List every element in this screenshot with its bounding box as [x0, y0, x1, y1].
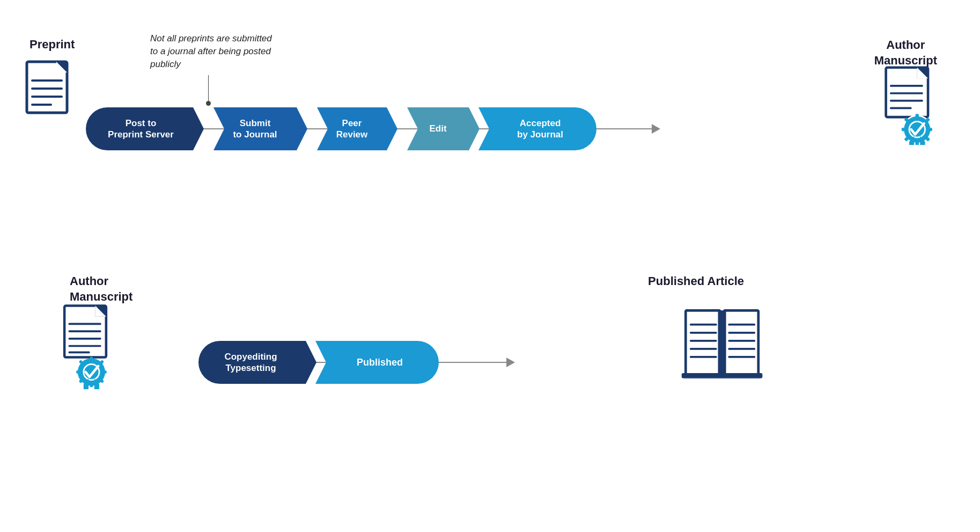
- step-submit-journal: Submitto Journal: [203, 107, 307, 150]
- step-copyediting: CopyeditingTypesetting: [198, 341, 316, 384]
- author-manuscript-label-bot: AuthorManuscript: [70, 274, 132, 304]
- svg-rect-50: [718, 310, 726, 375]
- preprint-label: Preprint: [30, 38, 75, 52]
- arrow-head-bot: [506, 358, 515, 367]
- svg-rect-48: [686, 310, 720, 375]
- svg-rect-17: [916, 114, 919, 118]
- pipeline-bot: CopyeditingTypesetting Published: [198, 338, 531, 387]
- svg-rect-61: [682, 373, 763, 378]
- step-published: Published: [315, 341, 439, 384]
- svg-rect-38: [90, 383, 93, 387]
- svg-rect-18: [916, 141, 919, 145]
- note-text: Not all preprints are submitted to a jou…: [150, 32, 279, 70]
- pipeline-steps-top: Post toPreprint Server Submitto Journal …: [86, 105, 596, 153]
- author-manuscript-icon-bot: [62, 303, 126, 389]
- preprint-doc-icon: [24, 59, 78, 123]
- published-article-label: Published Article: [648, 274, 744, 289]
- diagram-container: Preprint Not all preprints are submitted…: [0, 0, 980, 532]
- step-peer-review: PeerReview: [306, 107, 397, 150]
- svg-rect-19: [902, 128, 905, 131]
- pipeline-steps-bot: CopyeditingTypesetting Published: [198, 341, 439, 384]
- pipeline-top: Post toPreprint Server Submitto Journal …: [86, 102, 676, 156]
- svg-rect-20: [928, 128, 932, 131]
- svg-rect-39: [76, 370, 80, 373]
- top-section: Preprint Not all preprints are submitted…: [0, 32, 980, 236]
- author-manuscript-icon-top: [883, 64, 948, 145]
- step-post-preprint: Post toPreprint Server: [86, 107, 204, 150]
- svg-rect-49: [724, 310, 758, 375]
- svg-rect-37: [90, 357, 93, 361]
- bottom-section: AuthorManuscript: [0, 274, 980, 515]
- step-accepted-journal: Acceptedby Journal: [478, 107, 596, 150]
- arrow-head-top: [652, 124, 660, 134]
- svg-rect-40: [102, 370, 106, 373]
- step-edit: Edit: [396, 107, 480, 150]
- published-book-icon: [680, 303, 765, 384]
- annotation-line: [208, 75, 209, 102]
- author-manuscript-label-top: AuthorManuscript: [874, 38, 937, 68]
